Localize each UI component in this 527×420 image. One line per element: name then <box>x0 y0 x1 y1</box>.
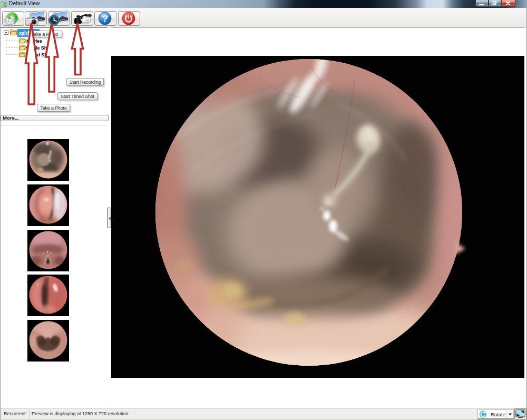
svg-text:Timed Shots: Timed Shots <box>26 52 54 57</box>
svg-text:Rotate: Rotate <box>491 412 505 417</box>
svg-text:?: ? <box>102 13 108 24</box>
svg-text:Movies: Movies <box>26 38 42 44</box>
svg-text:Single Shots: Single Shots <box>26 45 54 51</box>
